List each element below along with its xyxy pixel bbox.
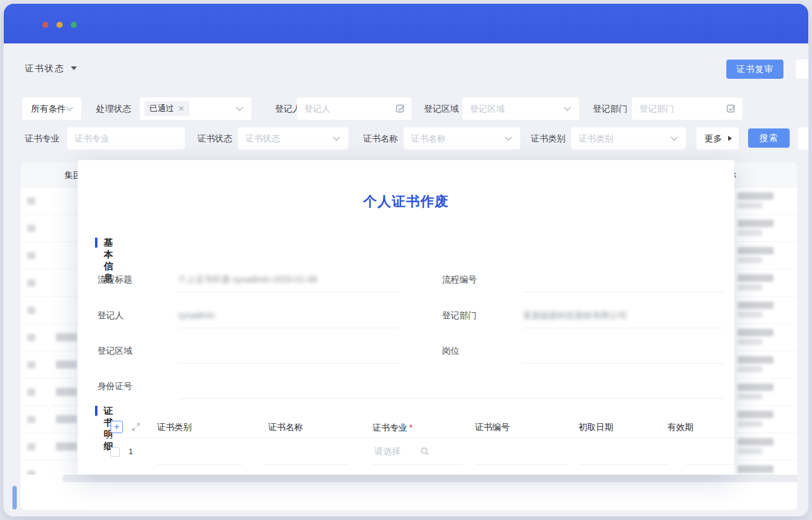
picker-icon[interactable] <box>726 104 736 116</box>
post-field[interactable] <box>523 363 724 364</box>
arrow-right-icon <box>728 136 732 141</box>
validity-cell[interactable] <box>686 464 752 465</box>
cert-state-label: 证书状态 <box>197 127 232 150</box>
redacted-cell <box>27 197 35 205</box>
reg-dept-label: 登记部门 <box>593 97 628 120</box>
section-accent-bar <box>95 238 97 248</box>
reg-area-select[interactable]: 登记区域 <box>462 97 579 120</box>
col-cert-name: 证书名称 <box>268 422 303 433</box>
cert-review-button[interactable]: 证书复审 <box>726 60 783 79</box>
redacted-cell <box>738 284 762 290</box>
chevron-down-icon <box>564 104 571 110</box>
redacted-cell <box>27 470 35 475</box>
reg-dept-input[interactable] <box>632 97 742 120</box>
expand-icon[interactable] <box>130 421 142 435</box>
redacted-cell <box>738 312 762 318</box>
redacted-cell <box>738 438 774 446</box>
more-filters-button[interactable]: 更多 <box>697 127 739 150</box>
redacted-cell <box>738 329 774 336</box>
redacted-cell <box>738 339 762 345</box>
row-checkbox[interactable] <box>111 447 120 457</box>
redacted-cell <box>738 257 762 263</box>
id-number-field[interactable] <box>178 398 724 399</box>
redacted-cell <box>738 220 774 227</box>
selected-tag: 已通过✕ <box>145 101 189 116</box>
reg-area-field[interactable] <box>178 363 399 364</box>
search-button[interactable]: 搜索 <box>748 128 790 148</box>
cert-major-field[interactable] <box>67 127 185 150</box>
registrant-input[interactable] <box>297 97 412 120</box>
registrant-value: sysadmin <box>178 310 215 320</box>
process-status-select[interactable]: 已通过✕ <box>140 97 251 120</box>
registrant-field[interactable] <box>297 97 412 120</box>
flow-title-label: 流程标题 <box>97 274 132 285</box>
redacted-cell <box>27 388 35 396</box>
redacted-cell <box>738 274 774 282</box>
picker-icon[interactable] <box>395 104 405 116</box>
redacted-cell <box>738 192 774 200</box>
redacted-cell <box>27 307 35 314</box>
app-window: 证书状态 证书复审 所有条件 处理状态 已通过✕ 登记人 登记区域 登记区域 登… <box>4 4 808 516</box>
cert-name-cell[interactable] <box>264 464 348 465</box>
clipped-panel-edge <box>798 127 808 150</box>
redacted-cell <box>738 393 762 400</box>
redacted-cell <box>27 416 35 423</box>
redacted-cell <box>738 383 774 391</box>
flow-no-field[interactable] <box>523 292 724 292</box>
reg-area-label: 登记区域 <box>424 97 459 120</box>
reg-dept-field[interactable] <box>523 328 724 328</box>
redacted-cell <box>738 448 762 454</box>
horizontal-scrollbar[interactable] <box>62 475 797 482</box>
redacted-cell <box>56 361 77 369</box>
add-row-button[interactable]: + <box>111 421 123 433</box>
post-label: 岗位 <box>442 346 459 357</box>
cert-type-cell[interactable] <box>157 464 242 465</box>
required-asterisk: * <box>409 422 413 433</box>
cert-state-select[interactable]: 证书状态 <box>238 127 348 150</box>
redacted-cell <box>27 225 35 232</box>
row-index: 1 <box>129 447 133 456</box>
scrollbar-thumb[interactable] <box>12 486 17 509</box>
flow-title-value: 个人证书作废-sysadmin-2020-01-08 <box>178 274 317 285</box>
more-label: 更多 <box>705 127 722 150</box>
redacted-cell <box>27 361 35 369</box>
col-cert-no: 证书编号 <box>475 422 510 433</box>
cert-no-cell[interactable] <box>475 464 568 465</box>
chevron-down-icon <box>333 133 340 140</box>
registrant-field[interactable] <box>178 328 399 328</box>
chevron-down-icon <box>66 104 73 110</box>
redacted-cell <box>738 302 774 309</box>
cert-status-label: 证书状态 <box>25 63 65 73</box>
redacted-cell <box>27 279 35 287</box>
all-conditions-dropdown[interactable]: 所有条件 <box>22 97 81 120</box>
cert-name-label: 证书名称 <box>363 127 398 150</box>
cert-status-dropdown[interactable]: 证书状态 <box>25 63 77 76</box>
maximize-traffic-light-icon[interactable] <box>71 22 77 28</box>
chevron-down-icon <box>236 104 243 110</box>
first-date-cell[interactable] <box>579 464 669 465</box>
chevron-down-icon <box>670 133 677 140</box>
detail-table-row: 1 请选择 <box>95 438 734 470</box>
col-cert-major: 证书专业* <box>372 422 413 434</box>
flow-title-field[interactable] <box>178 292 399 292</box>
cert-type-select[interactable]: 证书类别 <box>571 127 686 150</box>
registrant-label: 登记人 <box>97 310 124 321</box>
redacted-cell <box>56 388 77 396</box>
close-traffic-light-icon[interactable] <box>42 22 48 28</box>
cert-name-select[interactable]: 证书名称 <box>404 127 520 150</box>
remove-tag-icon[interactable]: ✕ <box>178 104 184 113</box>
redacted-cell <box>56 442 77 451</box>
cert-name-placeholder: 证书名称 <box>411 127 446 150</box>
cert-type-placeholder: 证书类别 <box>579 127 613 150</box>
redacted-cell <box>27 252 35 259</box>
search-icon[interactable] <box>420 447 430 459</box>
redacted-cell <box>56 415 77 423</box>
redacted-cell <box>27 443 35 451</box>
minimize-traffic-light-icon[interactable] <box>56 22 63 28</box>
cert-major-label: 证书专业 <box>25 127 60 150</box>
page-background: 证书状态 证书复审 所有条件 处理状态 已通过✕ 登记人 登记区域 登记区域 登… <box>4 43 808 516</box>
personal-cert-invalidate-dialog: 个人证书作废 基本信息 流程标题 个人证书作废-sysadmin-2020-01… <box>78 160 734 475</box>
cert-major-cell[interactable] <box>372 464 462 465</box>
flow-no-label: 流程编号 <box>442 274 477 285</box>
cert-major-input[interactable] <box>67 127 185 150</box>
